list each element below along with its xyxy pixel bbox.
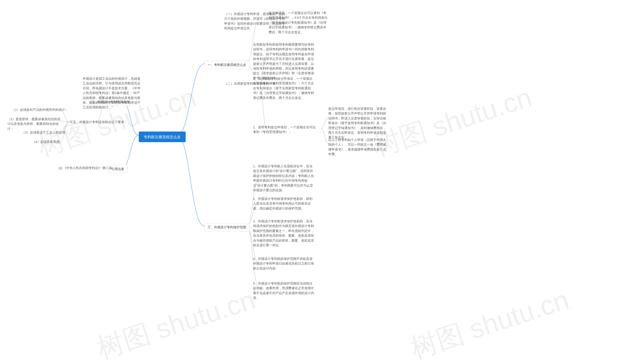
b1-child-2-r3b: 以上三种专利如个人申请（仅限于中国大陆的个人），可以一同提交一份《费用减缓申请书… bbox=[328, 138, 389, 157]
b1-child-2-r1: 实用新型专利和发明专利都需要撰写好专利说明书，连同专利的申请书一同向国家专利局提… bbox=[253, 42, 315, 81]
b2-r2-c4: （4）必须富有美感。 bbox=[32, 140, 63, 144]
b4-r2: 2、外观设计专利权请求保护色彩的，权利人应当出具含有中国专利局认可的相关证据，用… bbox=[253, 197, 315, 211]
b2-r2-c1: （1）必须是对产品的外观所作的设计； bbox=[12, 108, 68, 112]
b3-r1: [1] 《中华人民共和国专利法》 第二条 bbox=[59, 166, 112, 170]
connector-layer bbox=[0, 0, 632, 364]
b4-r3: 3、外观设计专利权请求保护色彩的，应当将请求保护的色彩作为限定该外观设计专利权保… bbox=[253, 219, 315, 248]
b1-child-2-r3: 2、发明专利提交申请后，一个星期左右可以拿到《专利受理通知书》； bbox=[253, 125, 317, 135]
branch-1[interactable]: 一、专利权注册流程怎么走 bbox=[204, 61, 249, 69]
b1-child-1-right: 提交申请后，一个星期左右可以拿到《专利受理通知书》；3-5个月左右专利局发出《授… bbox=[269, 11, 329, 35]
connector-overlay bbox=[0, 0, 632, 364]
svg-rect-3 bbox=[0, 0, 632, 364]
b2-r2: 可见，外观设计专利应当符合以下要求： bbox=[70, 120, 127, 124]
root-node[interactable]: 专利权注册流程怎么走 bbox=[139, 132, 186, 142]
watermark: 树图 shutu.cn bbox=[406, 282, 573, 364]
b4-r1: 1、外观设计专利权人在侵权诉讼中，应当提交其外观设计的"设计要点图"，说明其外观… bbox=[253, 164, 315, 193]
b4-r4: 4、外观设计专利权的保护范围不得延及该外观设计专利申请日或者优先权日之前已有的公… bbox=[253, 257, 315, 271]
watermark: 树图 shutu.cn bbox=[92, 282, 260, 364]
b2-r2-c2: （2）是指形状、图案或者其结合的设计以及色彩与形状、图案的结合的设计； bbox=[8, 117, 61, 131]
branch-4[interactable]: 三、外观设计专利保护范围 bbox=[204, 223, 249, 232]
b1-child-2-r2: 1、实用新型专利提交申请后，一个星期左右可以拿到《专利受理通知书》；六个月左右专… bbox=[253, 76, 315, 100]
b1-child-2-r3a: 提交申请后，进行初步审查阶段，审查合格，按照提前公开声明公开所申请专利的说明书，… bbox=[328, 106, 389, 140]
watermark: 树图 shutu.cn bbox=[369, 79, 536, 165]
b2-r2-c3: （3）必须是适于工业上的应用； bbox=[22, 130, 68, 135]
b2-r1: 外观设计是指工业品的外观设计，也就是工业品的式样。它与发明或实用新型完全不同，即… bbox=[83, 76, 143, 110]
b4-r5: 5、外观设计专利权的保护范围应当排除仅起功能、效果作用，而消费者在正常使用中看不… bbox=[253, 281, 315, 300]
